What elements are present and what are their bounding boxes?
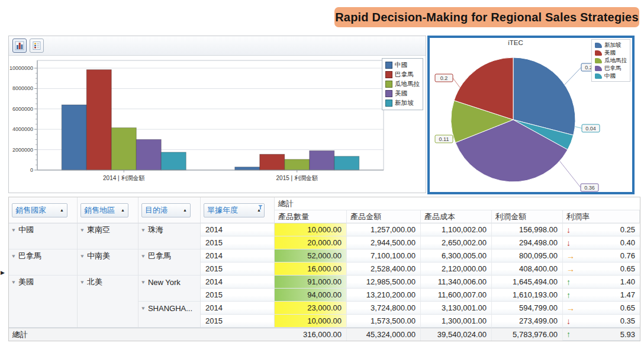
group-cell[interactable]: ▼SHANGHA... xyxy=(139,302,201,315)
y-tick-label: 4000000 xyxy=(12,126,33,132)
title-banner: Rapid Decision-Making for Regional Sales… xyxy=(334,7,639,27)
bar-chart-body: 0200000040000006000000800000010000000201… xyxy=(9,56,426,193)
collapse-icon[interactable]: ▼ xyxy=(141,228,146,233)
bar-新加坡-2015 | 利潤金額[interactable] xyxy=(334,156,359,170)
sort-asc-icon[interactable]: ▲ xyxy=(183,208,187,212)
group-label: 巴拿馬 xyxy=(18,251,41,261)
chart-toolbar xyxy=(9,36,426,56)
bar-巴拿馬-2014 | 利潤金額[interactable] xyxy=(86,70,111,170)
bar-chart-panel: 0200000040000006000000800000010000000201… xyxy=(8,36,426,193)
collapse-icon[interactable]: ▼ xyxy=(11,254,17,259)
legend-label: 巴拿馬 xyxy=(604,65,622,72)
qty-cell: 91,000.00 xyxy=(275,276,347,289)
group-cell xyxy=(9,289,78,302)
bar-瓜地馬拉-2014 | 利潤金額[interactable] xyxy=(111,128,136,170)
y-tick-label: 0 xyxy=(30,167,33,173)
filter-header-cell: 銷售地區▲ xyxy=(78,197,139,223)
cost-cell: 11,340,006.00 xyxy=(421,276,492,289)
legend-item-美國[interactable]: 美國 xyxy=(385,89,420,98)
cost-cell: 11,600,007.00 xyxy=(421,289,492,302)
collapse-icon[interactable]: ▼ xyxy=(141,280,146,285)
rate-value: 1.40 xyxy=(576,277,635,286)
group-label: 北美 xyxy=(87,277,102,287)
profit-cell: 156,998.00 xyxy=(492,223,563,236)
bar-美國-2014 | 利潤金額[interactable] xyxy=(136,139,161,170)
group-cell[interactable]: ▼美國 xyxy=(9,276,78,289)
group-label: 巴拿馬 xyxy=(148,251,171,261)
legend-item-美國[interactable]: 美國 xyxy=(595,49,627,56)
filter-button-目的港[interactable]: 目的港▲ xyxy=(141,203,191,217)
bar-中國-2015 | 利潤金額[interactable] xyxy=(235,167,260,170)
profit-rate-cell: ↑1.47 xyxy=(563,289,640,302)
amount-cell: 2,528,400.00 xyxy=(347,262,421,276)
collapse-icon[interactable]: ▼ xyxy=(141,306,146,311)
group-cell[interactable]: ▼巴拿馬 xyxy=(9,249,78,262)
collapse-icon[interactable]: ▼ xyxy=(11,280,17,285)
pie-chart-title: iTEC xyxy=(430,39,601,46)
filter-button-銷售地區[interactable]: 銷售地區▲ xyxy=(80,203,128,217)
pie-chart-panel: 0.290.040.360.110.2 iTEC 新加坡美國瓜地馬拉巴拿馬中國 xyxy=(427,36,635,194)
group-cell[interactable]: ▼New York xyxy=(139,276,201,289)
legend-marker xyxy=(385,81,392,88)
legend-item-巴拿馬[interactable]: 巴拿馬 xyxy=(385,71,420,79)
collapse-icon[interactable]: ▼ xyxy=(80,254,85,259)
legend-item-瓜地馬拉[interactable]: 瓜地馬拉 xyxy=(385,80,420,88)
pane-splitter-arrow-icon[interactable]: ▶ xyxy=(1,270,5,276)
collapse-icon[interactable]: ▼ xyxy=(11,228,17,233)
group-cell xyxy=(139,315,201,328)
cost-cell: 1,300,001.00 xyxy=(421,315,492,328)
group-cell[interactable]: ▼東南亞 xyxy=(78,223,139,236)
measure-header-3[interactable]: 產品成本 xyxy=(421,210,492,223)
year-cell: 2015 xyxy=(201,236,275,249)
profit-cell: 408,400.00 xyxy=(492,262,563,276)
filter-button-銷售國家[interactable]: 銷售國家▲ xyxy=(12,203,67,217)
grid-view-button[interactable] xyxy=(30,39,44,53)
measure-header-2[interactable]: 產品金額 xyxy=(347,210,421,223)
bar-新加坡-2014 | 利潤金額[interactable] xyxy=(161,152,186,170)
chart-view-button[interactable] xyxy=(12,39,27,53)
total-profit-cell: 5,783,976.00 xyxy=(492,328,563,341)
bar-中國-2014 | 利潤金額[interactable] xyxy=(62,105,86,170)
group-label: 中國 xyxy=(18,225,34,235)
measure-header-1[interactable]: 產品數量 xyxy=(275,210,347,223)
group-cell xyxy=(78,315,139,328)
collapse-icon[interactable]: ▼ xyxy=(141,254,146,259)
collapse-icon[interactable]: ▼ xyxy=(80,228,85,233)
total-row-label: 總計 xyxy=(9,328,275,341)
rate-value: 0.65 xyxy=(576,264,635,273)
profit-rate-cell: ↓0.25 xyxy=(563,223,640,236)
bar-chart: 0200000040000006000000800000010000000201… xyxy=(9,56,391,191)
measure-header-4[interactable]: 利潤金額 xyxy=(492,210,563,223)
group-cell[interactable]: ▼中南美 xyxy=(78,249,139,262)
profit-cell: 1,645,494.00 xyxy=(492,276,563,289)
legend-label: 瓜地馬拉 xyxy=(604,57,627,64)
group-cell[interactable]: ▼巴拿馬 xyxy=(139,249,201,262)
amount-cell: 1,573,500.00 xyxy=(347,315,421,328)
group-cell[interactable]: ▼中國 xyxy=(9,223,78,236)
group-label: 美國 xyxy=(18,277,34,287)
bar-美國-2015 | 利潤金額[interactable] xyxy=(310,151,334,170)
bar-瓜地馬拉-2015 | 利潤金額[interactable] xyxy=(285,159,310,170)
legend-item-巴拿馬[interactable]: 巴拿馬 xyxy=(595,65,627,72)
group-cell xyxy=(78,302,139,315)
group-cell[interactable]: ▼珠海 xyxy=(139,223,201,236)
bar-巴拿馬-2015 | 利潤金額[interactable] xyxy=(260,154,285,170)
group-cell[interactable]: ▼北美 xyxy=(78,276,139,289)
collapse-icon[interactable]: ▼ xyxy=(80,280,85,285)
filter-button-單據年度[interactable]: 單據年度▲ xyxy=(204,203,265,217)
qty-cell: 20,000.00 xyxy=(275,236,347,249)
group-cell xyxy=(9,315,78,328)
cost-cell: 2,650,002.00 xyxy=(421,236,492,249)
sort-asc-icon[interactable]: ▲ xyxy=(60,208,64,212)
sort-asc-icon[interactable]: ▲ xyxy=(121,208,125,212)
legend-item-中國[interactable]: 中國 xyxy=(595,72,627,79)
legend-item-新加坡[interactable]: 新加坡 xyxy=(595,41,627,49)
legend-item-新加坡[interactable]: 新加坡 xyxy=(385,99,420,107)
cost-cell: 3,130,001.00 xyxy=(421,302,492,315)
bar-chart-legend: 中國巴拿馬瓜地馬拉美國新加坡 xyxy=(382,58,423,110)
measure-header-5[interactable]: 利潤率 xyxy=(563,210,640,223)
callout-line xyxy=(565,68,581,85)
legend-item-瓜地馬拉[interactable]: 瓜地馬拉 xyxy=(595,57,627,64)
total-column-header: 總計 xyxy=(275,197,640,210)
legend-item-中國[interactable]: 中國 xyxy=(385,61,420,69)
